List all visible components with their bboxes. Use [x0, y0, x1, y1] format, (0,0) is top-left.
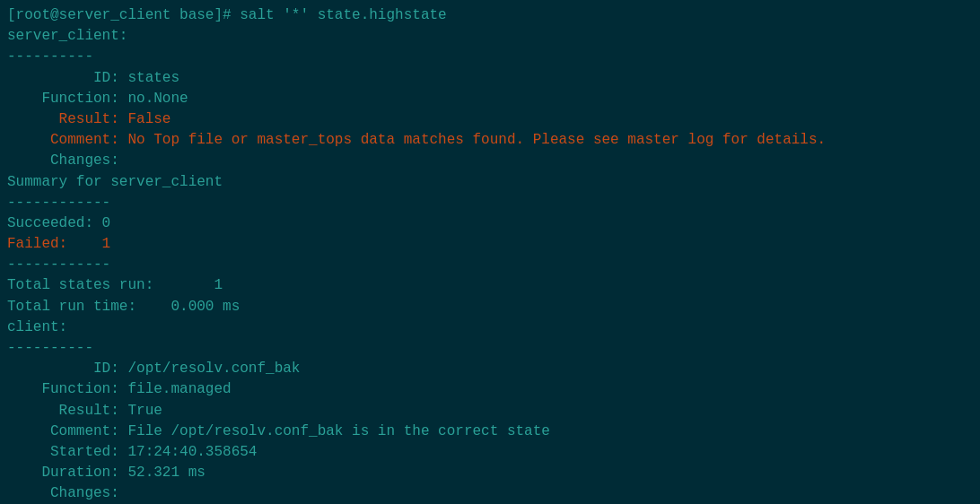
terminal-line-14: ------------ [7, 255, 973, 275]
terminal-line-21: Result: True [7, 401, 973, 421]
terminal-line-16: Total run time: 0.000 ms [7, 297, 973, 317]
terminal-line-20: Function: file.managed [7, 379, 973, 400]
terminal-window: [root@server_client base]# salt '*' stat… [0, 0, 980, 504]
terminal-line-12: Succeeded: 0 [7, 213, 973, 234]
terminal-line-11: ------------ [7, 193, 973, 213]
terminal-line-10: Summary for server_client [7, 172, 973, 193]
terminal-line-7: Comment: No Top file or master_tops data… [7, 130, 973, 151]
terminal-line-2: server_client: [7, 26, 973, 47]
terminal-line-17: client: [7, 317, 973, 338]
terminal-line-1: [root@server_client base]# salt '*' stat… [7, 5, 973, 26]
terminal-line-22: Comment: File /opt/resolv.conf_bak is in… [7, 421, 973, 442]
terminal-line-6: Result: False [7, 109, 973, 130]
terminal-line-5: Function: no.None [7, 89, 973, 109]
terminal-line-25: Changes: [7, 483, 973, 504]
terminal-line-4: ID: states [7, 68, 973, 89]
terminal-line-24: Duration: 52.321 ms [7, 463, 973, 483]
terminal-line-3: ---------- [7, 47, 973, 67]
terminal-line-18: ---------- [7, 338, 973, 359]
terminal-line-13: Failed: 1 [7, 234, 973, 255]
terminal-line-19: ID: /opt/resolv.conf_bak [7, 359, 973, 379]
terminal-line-15: Total states run: 1 [7, 275, 973, 296]
terminal-line-8: Changes: [7, 151, 973, 171]
terminal-line-23: Started: 17:24:40.358654 [7, 442, 973, 463]
